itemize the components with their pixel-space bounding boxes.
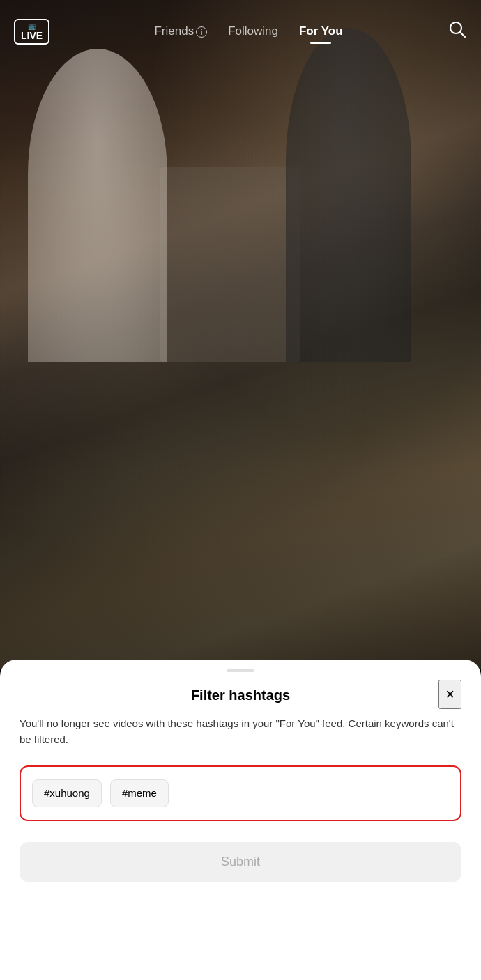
hashtag-tag-meme[interactable]: #meme bbox=[110, 779, 169, 807]
video-background bbox=[0, 0, 481, 669]
hashtag-tag-xuhuong[interactable]: #xuhuong bbox=[32, 779, 102, 807]
svg-point-0 bbox=[450, 22, 461, 33]
tab-following[interactable]: Following bbox=[228, 24, 278, 38]
live-button[interactable]: 📺 LIVE bbox=[14, 19, 49, 45]
tab-for-you[interactable]: For You bbox=[299, 24, 343, 38]
info-icon: i bbox=[196, 26, 207, 38]
tv-icon: 📺 bbox=[28, 23, 36, 30]
sheet-description: You'll no longer see videos with these h… bbox=[20, 716, 461, 747]
close-button[interactable]: × bbox=[438, 680, 461, 709]
gym-equipment bbox=[160, 167, 300, 362]
top-nav: 📺 LIVE Friendsi Following For You bbox=[0, 0, 481, 63]
filter-hashtags-sheet: Filter hashtags × You'll no longer see v… bbox=[0, 660, 481, 980]
person-right bbox=[286, 28, 411, 362]
search-icon[interactable] bbox=[448, 20, 467, 44]
sheet-title: Filter hashtags bbox=[191, 687, 290, 703]
submit-button[interactable]: Submit bbox=[20, 842, 461, 882]
person-left bbox=[28, 49, 167, 362]
svg-line-1 bbox=[461, 32, 466, 37]
sheet-header: Filter hashtags × bbox=[20, 672, 461, 716]
live-label: LIVE bbox=[21, 31, 43, 40]
nav-tabs: Friendsi Following For You bbox=[154, 24, 342, 38]
tab-friends[interactable]: Friendsi bbox=[154, 24, 207, 38]
hashtag-input-area[interactable]: #xuhuong #meme bbox=[20, 765, 461, 821]
